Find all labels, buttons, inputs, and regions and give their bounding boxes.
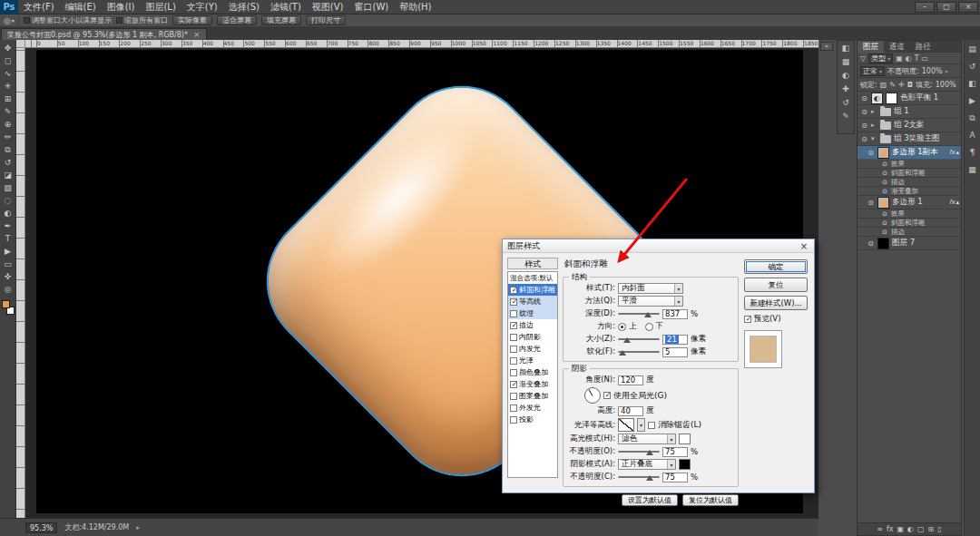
style-checkbox[interactable]	[510, 298, 517, 306]
tool-preset-picker[interactable]: ◎ ▾	[4, 16, 19, 25]
style-checkbox[interactable]	[510, 287, 517, 294]
opacity-value[interactable]: 100%	[922, 67, 943, 75]
soften-input[interactable]: 5	[662, 347, 688, 357]
expand-collapse-icon[interactable]: ▾	[871, 135, 877, 142]
bevel-style-select[interactable]: 内斜面▾	[618, 283, 683, 294]
visibility-eye-icon[interactable]: ⊙	[881, 210, 888, 218]
style-item[interactable]: 投影	[508, 414, 557, 425]
status-expand-icon[interactable]: ▸	[136, 524, 140, 531]
style-item[interactable]: 内发光	[508, 343, 557, 355]
properties-panel-icon[interactable]: ✎	[838, 111, 853, 122]
visibility-eye-icon[interactable]: ⊙	[881, 170, 888, 177]
visibility-eye-icon[interactable]: ⊙	[867, 149, 875, 157]
healing-brush-tool[interactable]: ⊕	[2, 119, 15, 131]
collapsed-panel-icon[interactable]: ▦	[965, 164, 980, 176]
style-item[interactable]: 斜面和浮雕	[508, 284, 557, 296]
menu-item[interactable]: 窗口(W)	[348, 1, 394, 14]
new-group-icon[interactable]: ▢	[917, 525, 925, 533]
options-checkbox[interactable]: 调整窗口大小以满屏显示	[24, 15, 112, 25]
layer-row[interactable]: ⊙ ▸ 组 1 fx	[858, 105, 961, 119]
zoom-tool[interactable]: ◎	[2, 284, 15, 296]
layer-row[interactable]: ⊙ ▸ 组 2文案 fx	[858, 119, 961, 132]
move-tool[interactable]: ✥	[2, 43, 15, 54]
swatches-panel-icon[interactable]: ▦	[838, 56, 853, 68]
options-button[interactable]: 适合屏幕	[217, 15, 257, 25]
pen-tool[interactable]: ✒	[2, 220, 15, 232]
style-item[interactable]: 描边	[508, 319, 557, 331]
depth-slider[interactable]	[618, 309, 660, 318]
layer-row[interactable]: ⊙ 效果 fx	[858, 210, 961, 219]
magic-wand-tool[interactable]: ✳	[2, 81, 15, 93]
fx-badge[interactable]: fx▴	[949, 199, 959, 206]
style-checkbox[interactable]	[510, 381, 517, 388]
collapsed-panel-icon[interactable]: ◧	[965, 78, 980, 90]
size-input[interactable]: 21	[662, 335, 688, 345]
shadow-mode-select[interactable]: 正片叠底▾	[618, 459, 676, 470]
altitude-input[interactable]: 40	[618, 406, 643, 416]
visibility-eye-icon[interactable]: ⊙	[867, 239, 875, 248]
new-layer-icon[interactable]: ⊞	[928, 525, 935, 533]
menu-item[interactable]: 选择(S)	[223, 1, 265, 14]
layer-style-icon[interactable]: fx	[887, 525, 894, 533]
layer-thumbnail[interactable]	[871, 93, 883, 104]
filter-type-layers-icon[interactable]: T	[915, 54, 919, 63]
menu-item[interactable]: 图像(I)	[102, 1, 141, 14]
panel-tab[interactable]: 图层	[858, 41, 884, 53]
visibility-eye-icon[interactable]: ⊙	[881, 219, 888, 227]
layer-thumbnail[interactable]	[877, 147, 889, 159]
style-checkbox[interactable]	[510, 334, 517, 341]
lock-transparent-pixels-icon[interactable]: ▨	[880, 81, 887, 89]
gloss-contour-thumbnail[interactable]	[618, 418, 634, 432]
highlight-opacity-slider[interactable]	[618, 447, 660, 456]
style-checkbox[interactable]	[510, 369, 517, 376]
dialog-titlebar[interactable]: 图层样式 ×	[503, 239, 814, 253]
adjustments-panel-icon[interactable]: ◐	[838, 70, 853, 82]
lock-position-icon[interactable]: ✛	[898, 81, 905, 89]
layer-row[interactable]: ⊙ 多边形 1 fx▴	[858, 196, 961, 210]
collapsed-panel-icon[interactable]: ▤	[965, 44, 980, 55]
dialog-close-button[interactable]: ×	[799, 241, 809, 251]
close-icon[interactable]: ×	[193, 30, 201, 39]
layer-row[interactable]: ⊙ 描边 fx	[858, 178, 961, 187]
collapsed-panel-icon[interactable]: ⧉	[965, 112, 980, 124]
style-checkbox[interactable]	[510, 310, 517, 317]
blend-options-item[interactable]: 混合选项:默认	[508, 272, 557, 284]
ok-button[interactable]: 确定	[744, 259, 808, 274]
eraser-tool[interactable]: ◪	[2, 170, 15, 181]
direction-down-radio[interactable]	[645, 323, 653, 331]
lasso-tool[interactable]: ∿	[2, 68, 15, 80]
layer-mask-thumbnail[interactable]	[886, 93, 897, 104]
style-item[interactable]: 图案叠加	[508, 390, 557, 402]
expand-collapse-icon[interactable]: ▸	[871, 108, 877, 115]
depth-input[interactable]: 837	[662, 309, 688, 319]
contour-picker-arrow[interactable]: ▾	[637, 418, 645, 432]
close[interactable]: ×	[958, 2, 978, 13]
style-item[interactable]: 内阴影	[508, 331, 557, 343]
zoom-level-field[interactable]: 95.3%	[25, 522, 57, 533]
visibility-eye-icon[interactable]: ⊙	[867, 199, 875, 207]
visibility-eye-icon[interactable]: ⊙	[881, 161, 888, 168]
menu-item[interactable]: 编辑(E)	[60, 1, 102, 14]
style-item[interactable]: 等高线	[508, 296, 557, 307]
layer-row[interactable]: ⊙ 描边 fx	[858, 228, 961, 237]
options-checkbox[interactable]: 缩放所有窗口	[116, 15, 168, 25]
shadow-opacity-input[interactable]: 75	[662, 473, 688, 482]
options-button[interactable]: 打印尺寸	[306, 15, 346, 25]
set-default-button[interactable]: 设置为默认值	[622, 494, 678, 506]
preview-checkbox[interactable]	[744, 316, 751, 323]
path-selection-tool[interactable]: ▶	[2, 246, 15, 258]
expand-collapse-icon[interactable]: ▸	[871, 122, 877, 129]
layer-row[interactable]: ⊙ 渐变叠加 fx	[858, 187, 961, 196]
size-slider[interactable]	[618, 335, 660, 344]
menu-item[interactable]: 视图(V)	[307, 1, 349, 14]
menu-item[interactable]: 文件(F)	[18, 1, 60, 14]
layer-row[interactable]: ⊙ ▾ 组 3笑脸主图 fx	[858, 132, 961, 146]
visibility-eye-icon[interactable]: ⊙	[881, 179, 888, 186]
hand-tool[interactable]: ✜	[2, 271, 15, 283]
technique-select[interactable]: 平滑▾	[618, 296, 683, 307]
style-checkbox[interactable]	[510, 357, 517, 365]
options-button[interactable]: 实际像素	[172, 15, 212, 25]
highlight-mode-swatch[interactable]	[679, 434, 691, 444]
layer-row[interactable]: ⊙ 效果 fx	[858, 160, 961, 169]
layer-thumbnail[interactable]	[877, 238, 889, 249]
